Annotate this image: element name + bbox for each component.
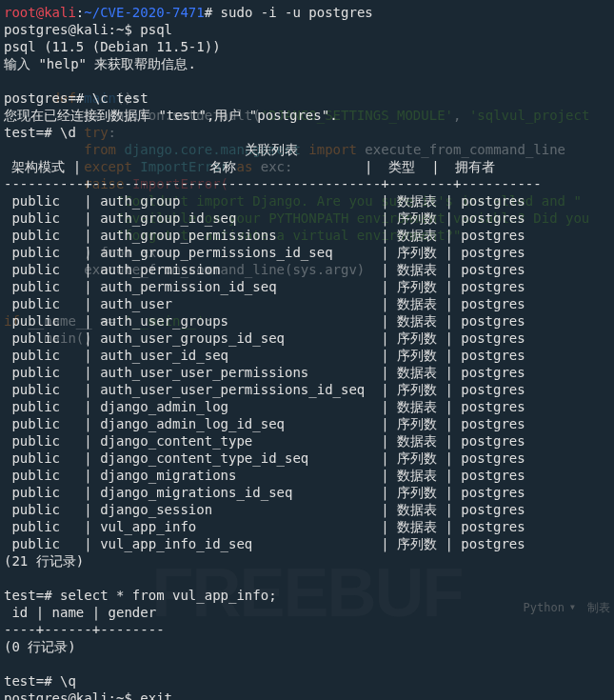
line-exit: postgres@kali:~$ exit [4, 690, 172, 700]
line-describe-cmd: test=# \d [4, 125, 76, 140]
table-row: public | auth_group_permissions | 数据表 | … [4, 228, 525, 243]
line-quit: test=# \q [4, 673, 76, 689]
table-row: public | auth_user_user_permissions_id_s… [4, 382, 525, 397]
table-row: public | django_session | 数据表 | postgres [4, 502, 525, 517]
terminal-output[interactable]: root@kali:~/CVE-2020-7471# sudo -i -u po… [4, 4, 610, 700]
table-row: public | django_migrations | 数据表 | postg… [4, 468, 525, 483]
table-row: public | vul_app_info_id_seq | 序列数 | pos… [4, 536, 525, 551]
line-help-hint: 输入 "help" 来获取帮助信息. [4, 56, 196, 71]
line-psql-version: psql (11.5 (Debian 11.5-1)) [4, 39, 221, 54]
table-row: public | auth_permission_id_seq | 序列数 | … [4, 279, 525, 294]
prompt-cwd: ~/CVE-2020-7471 [84, 5, 204, 20]
table-header: 架构模式 | 名称 | 类型 | 拥有者 [4, 159, 511, 174]
result-divider: ----+------+-------- [4, 622, 165, 637]
table-row: public | auth_group_id_seq | 序列数 | postg… [4, 210, 525, 226]
table-row: public | django_admin_log | 数据表 | postgr… [4, 399, 525, 414]
table-row: public | auth_user_id_seq | 序列数 | postgr… [4, 348, 525, 363]
table-divider: ----------+-----------------------------… [4, 176, 542, 191]
table-row: public | auth_user | 数据表 | postgres [4, 296, 525, 311]
line-connect-test: postgres=# \c test [4, 90, 149, 106]
table-title: 关联列表 [4, 142, 298, 157]
line-connected-msg: 您现在已经连接到数据库 "test",用户 "postgres". [4, 108, 338, 123]
table-row: public | vul_app_info | 数据表 | postgres [4, 519, 525, 534]
table-row: public | django_content_type_id_seq | 序列… [4, 450, 525, 466]
table-row: public | django_content_type | 数据表 | pos… [4, 433, 525, 449]
table-row: public | auth_user_user_permissions | 数据… [4, 365, 525, 380]
table-row: public | auth_group_permissions_id_seq |… [4, 245, 525, 260]
table-row: public | auth_permission | 数据表 | postgre… [4, 262, 525, 277]
table-row: public | auth_user_groups_id_seq | 序列数 |… [4, 330, 525, 346]
line-select-query: test=# select * from vul_app_info; [4, 588, 277, 603]
table-row: public | django_migrations_id_seq | 序列数 … [4, 485, 525, 500]
prompt-hash: # [205, 5, 212, 20]
result-count: (0 行记录) [4, 639, 76, 654]
command-sudo: sudo -i -u postgres [212, 5, 373, 20]
result-header: id | name | gender [4, 605, 165, 620]
line-psql-launch: postgres@kali:~$ psql [4, 22, 172, 37]
table-row: public | auth_user_groups | 数据表 | postgr… [4, 313, 525, 329]
table-row: public | django_admin_log_id_seq | 序列数 |… [4, 416, 525, 431]
row-count: (21 行记录) [4, 553, 84, 569]
prompt-user: root@kali [4, 5, 76, 20]
table-row: public | auth_group | 数据表 | postgres [4, 193, 525, 209]
